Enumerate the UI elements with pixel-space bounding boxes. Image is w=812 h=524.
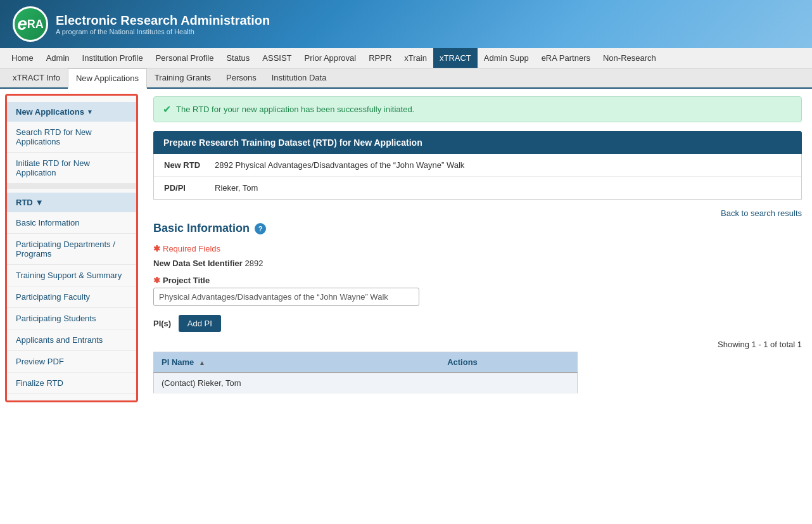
content-wrapper: New Applications ▼ Search RTD for New Ap… (0, 89, 812, 407)
info-row-new-rtd: New RTD 2892 Physical Advantages/Disadva… (154, 154, 801, 177)
sidebar-initiate-rtd[interactable]: Initiate RTD for New Application (7, 153, 136, 184)
main-content: ✔ The RTD for your new application has b… (143, 89, 812, 407)
pd-pi-label: PD/PI (164, 183, 215, 193)
nav-xtract[interactable]: xTRACT (433, 48, 478, 68)
sidebar-rtd-label: RTD (16, 198, 33, 207)
add-pi-button[interactable]: Add PI (179, 315, 221, 332)
nav-admin-supp[interactable]: Admin Supp (478, 48, 535, 68)
sidebar-search-rtd[interactable]: Search RTD for New Applications (7, 122, 136, 153)
required-note: ✱ Required Fields (153, 244, 802, 253)
sidebar-preview-pdf[interactable]: Preview PDF (7, 351, 136, 373)
sidebar-participating-departments[interactable]: Participating Departments / Programs (7, 234, 136, 265)
sidebar-divider (7, 184, 136, 189)
nav-assist[interactable]: ASSIST (256, 48, 298, 68)
logo-text-area: Electronic Research Administration A pro… (56, 13, 270, 35)
project-title-input[interactable] (153, 288, 419, 306)
pi-name-cell: (Contact) Rieker, Tom (154, 373, 440, 393)
project-title-label: ✱ Project Title (153, 276, 802, 285)
logo-letter: e (17, 14, 27, 34)
sidebar-new-applications-label: New Applications (16, 107, 84, 117)
pi-label: PI(s) (153, 319, 171, 328)
sub-nav: xTRACT Info New Applications Training Gr… (0, 68, 812, 89)
sidebar-participating-students[interactable]: Participating Students (7, 308, 136, 329)
nav-status[interactable]: Status (220, 48, 256, 68)
app-subtitle: A program of the National Institutes of … (56, 28, 270, 35)
success-message: The RTD for your new application has bee… (176, 105, 414, 114)
subnav-xtract-info[interactable]: xTRACT Info (5, 68, 68, 87)
subnav-persons[interactable]: Persons (219, 68, 264, 87)
sidebar-applicants-entrants[interactable]: Applicants and Entrants (7, 329, 136, 351)
new-data-set-label: New Data Set Identifier (153, 259, 243, 268)
help-icon[interactable]: ? (255, 223, 266, 234)
section-title-text: Basic Information (153, 222, 250, 235)
sidebar-rtd-header[interactable]: RTD ▼ (7, 193, 136, 212)
pi-actions-cell (440, 373, 577, 393)
nav-non-research[interactable]: Non-Research (597, 48, 663, 68)
info-row-pd-pi: PD/PI Rieker, Tom (154, 177, 801, 199)
sort-arrow-name[interactable]: ▲ (199, 359, 205, 366)
logo-ra: RA (27, 18, 44, 31)
subnav-institution-data[interactable]: Institution Data (264, 68, 334, 87)
success-icon: ✔ (163, 103, 171, 115)
sidebar-finalize-rtd[interactable]: Finalize RTD (7, 373, 136, 394)
sidebar-new-applications-header[interactable]: New Applications ▼ (7, 102, 136, 122)
nav-institution-profile[interactable]: Institution Profile (76, 48, 149, 68)
info-panel: Prepare Research Training Dataset (RTD) … (153, 131, 802, 200)
project-title-asterisk: ✱ (153, 276, 160, 285)
main-nav: Home Admin Institution Profile Personal … (0, 48, 812, 68)
info-panel-header: Prepare Research Training Dataset (RTD) … (153, 131, 802, 154)
success-banner: ✔ The RTD for your new application has b… (153, 96, 802, 122)
pi-table: PI Name ▲ Actions (Contact) Rieker, Tom (153, 352, 578, 393)
pi-table-header-name: PI Name ▲ (154, 352, 440, 373)
back-link-row: Back to search results (153, 208, 802, 218)
pi-section: PI(s) Add PI (153, 315, 802, 332)
new-rtd-label: New RTD (164, 160, 215, 170)
nav-home[interactable]: Home (5, 48, 40, 68)
nav-era-partners[interactable]: eRA Partners (535, 48, 597, 68)
nav-admin[interactable]: Admin (40, 48, 76, 68)
project-title-group: ✱ Project Title (153, 276, 802, 306)
new-rtd-value: 2892 Physical Advantages/Disadvantages o… (215, 160, 464, 170)
table-row: (Contact) Rieker, Tom (154, 373, 578, 393)
chevron-down-icon-rtd: ▼ (35, 198, 44, 207)
subnav-training-grants[interactable]: Training Grants (147, 68, 219, 87)
data-id-row: New Data Set Identifier 2892 (153, 259, 802, 268)
app-title: Electronic Research Administration (56, 13, 270, 28)
era-logo: eRA (13, 6, 48, 42)
showing-text: Showing 1 - 1 of total 1 (153, 340, 802, 349)
info-table: New RTD 2892 Physical Advantages/Disadva… (153, 154, 802, 200)
subnav-new-applications[interactable]: New Applications (68, 68, 147, 89)
required-asterisk: ✱ (153, 244, 160, 253)
basic-information-section: Basic Information ? ✱ Required Fields Ne… (153, 222, 802, 393)
section-title-row: Basic Information ? (153, 222, 802, 235)
pd-pi-value: Rieker, Tom (215, 183, 258, 193)
sidebar: New Applications ▼ Search RTD for New Ap… (5, 94, 138, 402)
nav-rppr[interactable]: RPPR (362, 48, 398, 68)
back-to-search-link[interactable]: Back to search results (721, 208, 802, 218)
nav-prior-approval[interactable]: Prior Approval (298, 48, 363, 68)
sidebar-basic-information[interactable]: Basic Information (7, 212, 136, 234)
nav-xtrain[interactable]: xTrain (398, 48, 433, 68)
sidebar-training-support[interactable]: Training Support & Summary (7, 265, 136, 286)
logo-area: eRA Electronic Research Administration A… (13, 6, 270, 42)
new-data-set-value: 2892 (245, 259, 263, 268)
pi-table-header-actions: Actions (440, 352, 577, 373)
nav-personal-profile[interactable]: Personal Profile (149, 48, 220, 68)
header: eRA Electronic Research Administration A… (0, 0, 812, 48)
chevron-down-icon: ▼ (87, 108, 93, 115)
sidebar-participating-faculty[interactable]: Participating Faculty (7, 286, 136, 308)
